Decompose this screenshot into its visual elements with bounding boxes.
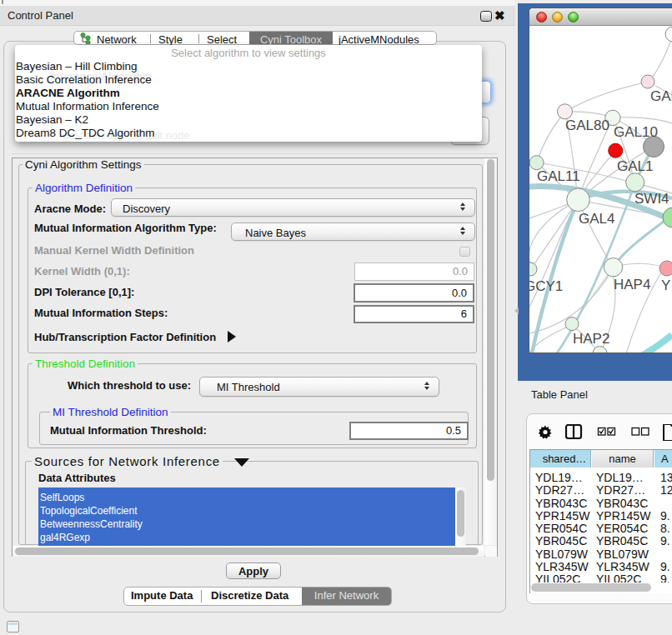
svg-text:GAL1: GAL1: [617, 158, 653, 174]
svg-text:HAP2: HAP2: [573, 331, 609, 347]
svg-text:GAL2: GAL2: [650, 88, 672, 104]
svg-text:GCY1: GCY1: [529, 278, 563, 294]
svg-text:GAL80: GAL80: [565, 118, 609, 133]
svg-text:SWI4: SWI4: [634, 191, 669, 207]
svg-text:GAL11: GAL11: [537, 168, 580, 184]
svg-text:GAL4: GAL4: [579, 211, 614, 227]
svg-text:Y: Y: [661, 278, 670, 293]
svg-text:GAL10: GAL10: [614, 124, 658, 140]
svg-text:HAP4: HAP4: [614, 277, 650, 292]
